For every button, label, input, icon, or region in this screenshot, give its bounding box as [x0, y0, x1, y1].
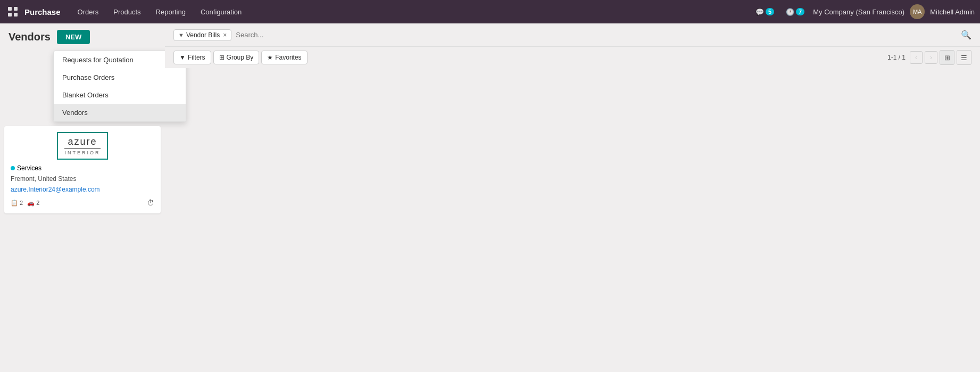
vendor-card[interactable]: azure interior Services Fremont, United …	[4, 126, 161, 213]
svg-rect-1	[14, 7, 18, 11]
filter-tag-label: Vendor Bills	[186, 31, 220, 39]
list-view-button[interactable]: ☰	[957, 50, 971, 65]
svg-rect-3	[14, 13, 18, 16]
vendor-icons-row: 📋 2 🚗 2 ⏱	[11, 199, 154, 207]
bill-icon: 🚗	[27, 200, 35, 206]
app-icon	[5, 4, 20, 19]
nav-orders[interactable]: Orders	[71, 5, 105, 19]
page-title-bar: Vendors NEW	[0, 23, 165, 51]
messages-button[interactable]: 💬 5	[752, 6, 777, 18]
chat-icon: 💬	[755, 8, 764, 16]
menu-item-blanket-orders[interactable]: Blanket Orders	[54, 86, 186, 104]
left-panel: Vendors NEW Requests for Quotation Purch…	[0, 23, 165, 218]
menu-item-purchase-orders[interactable]: Purchase Orders	[54, 69, 186, 86]
vendor-email: azure.Interior24@example.com	[11, 186, 154, 193]
user-name[interactable]: Mitchell Admin	[930, 8, 975, 16]
topbar: Purchase Orders Products Reporting Confi…	[0, 0, 980, 23]
azure-logo-sub: interior	[64, 150, 100, 155]
filter-bar: ▼ Vendor Bills × 🔍	[165, 23, 980, 47]
company-name: My Company (San Francisco)	[813, 8, 904, 16]
vendor-logo: azure interior	[11, 133, 154, 159]
search-icon[interactable]: 🔍	[961, 30, 971, 40]
vendor-activity-icon[interactable]: ⏱	[147, 199, 154, 207]
activities-button[interactable]: 🕐 7	[783, 6, 808, 18]
clock-icon: 🕐	[786, 8, 794, 16]
kanban-icon: ⊞	[944, 54, 950, 62]
svg-rect-0	[8, 7, 12, 11]
messages-count: 5	[766, 8, 774, 15]
action-bar: ▼ Filters ⊞ Group By ★ Favorites 1-1 / 1…	[165, 47, 980, 68]
filter-icon: ▼	[178, 32, 184, 38]
search-input[interactable]	[236, 31, 957, 39]
activities-count: 7	[796, 8, 804, 15]
vendor-po-count[interactable]: 📋 2	[11, 200, 23, 206]
filters-button[interactable]: ▼ Filters	[173, 51, 211, 64]
vendor-bill-count[interactable]: 🚗 2	[27, 200, 39, 206]
nav-products[interactable]: Products	[107, 5, 147, 19]
app-name: Purchase	[24, 7, 61, 16]
pagination-info: 1-1 / 1	[887, 54, 906, 61]
group-by-icon: ⊞	[219, 54, 225, 61]
nav-configuration[interactable]: Configuration	[194, 5, 248, 19]
menu-item-vendors[interactable]: Vendors	[54, 104, 186, 121]
azure-logo-line	[64, 148, 100, 149]
pagination-prev-button[interactable]: ‹	[910, 51, 923, 64]
nav-reporting[interactable]: Reporting	[150, 5, 192, 19]
vendor-location: Fremont, United States	[11, 175, 154, 183]
kanban-view-button[interactable]: ⊞	[940, 50, 954, 65]
list-icon: ☰	[961, 54, 967, 62]
active-filter-tag: ▼ Vendor Bills ×	[173, 29, 231, 41]
filter-funnel-icon: ▼	[179, 54, 186, 61]
page-area: Vendors NEW Requests for Quotation Purch…	[0, 23, 980, 372]
azure-logo-text: azure	[68, 136, 97, 147]
right-content: ▼ Vendor Bills × 🔍 ▼ Filters ⊞ Group By …	[165, 23, 980, 68]
group-by-button[interactable]: ⊞ Group By	[213, 51, 260, 64]
star-icon: ★	[267, 54, 273, 61]
filter-tag-close-button[interactable]: ×	[223, 31, 227, 39]
azure-logo: azure interior	[57, 132, 107, 160]
avatar[interactable]: MA	[910, 4, 925, 19]
tag-dot	[11, 166, 15, 170]
vendor-tag-label: Services	[17, 164, 41, 172]
vendor-tag: Services	[11, 164, 154, 172]
page-title: Vendors	[9, 31, 51, 43]
new-button[interactable]: NEW	[57, 30, 90, 44]
pagination-next-button[interactable]: ›	[925, 51, 937, 64]
svg-rect-2	[8, 13, 12, 16]
purchase-order-icon: 📋	[11, 200, 18, 206]
favorites-button[interactable]: ★ Favorites	[261, 51, 307, 64]
